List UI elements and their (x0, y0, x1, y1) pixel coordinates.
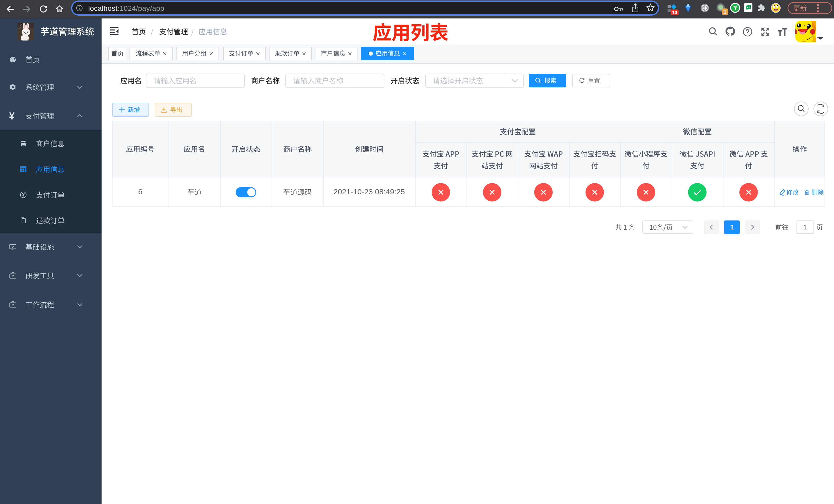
svg-text:1: 1 (724, 9, 726, 15)
svg-text:10: 10 (672, 10, 677, 15)
